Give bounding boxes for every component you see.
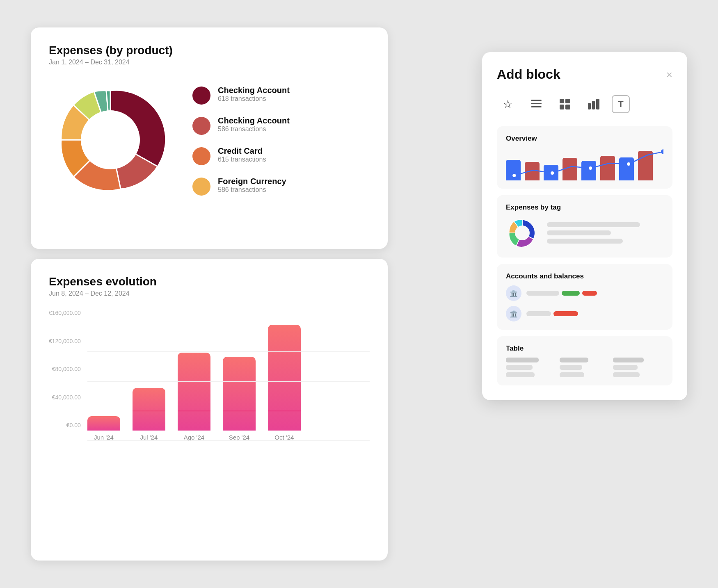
svg-rect-7	[565, 105, 570, 109]
donut-content: Checking Account 618 transactions Checki…	[49, 78, 370, 203]
bar-oct	[268, 325, 301, 431]
bar-group-jun: Jun '24	[87, 416, 120, 441]
table-header-2	[560, 358, 588, 362]
legend-dot-foreign	[192, 178, 210, 196]
table-cell-2-1	[560, 365, 582, 370]
expenses-by-product-panel: Expenses (by product) Jan 1, 2024 – Dec …	[31, 27, 388, 249]
favorites-icon[interactable]: ☆	[497, 93, 518, 115]
legend-item-foreign: Foreign Currency 586 transactions	[192, 177, 370, 196]
x-label-oct: Oct '24	[274, 434, 294, 441]
table-col-1	[506, 358, 556, 377]
tag-legend	[547, 222, 663, 244]
accounts-balances-title: Accounts and balances	[506, 272, 663, 280]
svg-point-11	[512, 173, 516, 178]
legend-dot-credit	[192, 147, 210, 165]
overview-mini-chart	[506, 148, 663, 180]
svg-rect-1	[531, 100, 542, 101]
legend-label-foreign: Foreign Currency	[218, 177, 286, 186]
svg-rect-5	[565, 99, 570, 103]
accounts-balances-card[interactable]: Accounts and balances 🏛️ 🏛️	[497, 264, 672, 330]
left-panels: Expenses (by product) Jan 1, 2024 – Dec …	[31, 27, 388, 561]
table-col-3	[613, 358, 663, 377]
table-cell-1-2	[506, 372, 535, 377]
y-label-160k: €160,000.00	[49, 310, 81, 316]
table-header-3	[613, 358, 644, 362]
legend-label-credit: Credit Card	[218, 146, 266, 156]
table-col-2	[560, 358, 610, 377]
chart-legend: Checking Account 618 transactions Checki…	[192, 86, 370, 196]
grid-line	[87, 322, 370, 322]
y-label-40k: €40,000.00	[49, 394, 81, 401]
table-cell-1-1	[506, 365, 533, 370]
table-card-title: Table	[506, 344, 663, 353]
tag-legend-bar-1	[547, 222, 640, 227]
bar-group-sep: Sep '24	[223, 357, 256, 441]
bar-group-jul: Jul '24	[133, 388, 165, 441]
bar-sep	[223, 357, 256, 431]
table-cell-2-2	[560, 372, 584, 377]
panel2-subtitle: Jun 8, 2024 – Dec 12, 2024	[49, 290, 370, 297]
text-icon[interactable]: T	[612, 95, 630, 113]
bar-ago	[178, 353, 210, 431]
y-axis: €160,000.00 €120,000.00 €80,000.00 €40,0…	[49, 310, 81, 441]
table-header-1	[506, 358, 539, 362]
accounts-list: 🏛️ 🏛️	[506, 285, 663, 321]
main-container: Expenses (by product) Jan 1, 2024 – Dec …	[31, 27, 687, 561]
list-icon[interactable]	[526, 93, 547, 115]
legend-label-checking2: Checking Account	[218, 116, 290, 125]
block-cards: Overview	[497, 126, 672, 385]
svg-rect-4	[560, 99, 564, 103]
bar-chart-icon[interactable]	[583, 93, 604, 115]
acct-bar-red-1	[582, 291, 597, 296]
x-label-jul: Jul '24	[140, 434, 158, 441]
x-label-jun: Jun '24	[94, 434, 114, 441]
account-bars-1	[526, 291, 663, 296]
svg-point-16	[515, 226, 530, 240]
table-card[interactable]: Table	[497, 336, 672, 385]
add-block-panel: Add block × ☆	[482, 52, 687, 400]
acct-bar-red-2	[553, 311, 578, 316]
svg-rect-8	[588, 103, 591, 109]
tag-donut-chart	[506, 217, 539, 249]
bar-jul	[133, 388, 165, 431]
expenses-by-tag-card[interactable]: Expenses by tag	[497, 195, 672, 258]
legend-label-checking1: Checking Account	[218, 86, 290, 95]
close-button[interactable]: ×	[666, 69, 672, 80]
bar-jun	[87, 416, 120, 431]
account-bars-2	[526, 311, 663, 316]
add-block-header: Add block ×	[497, 67, 672, 82]
y-label-0: €0.00	[49, 422, 81, 428]
overview-card[interactable]: Overview	[497, 126, 672, 189]
y-label-80k: €80,000.00	[49, 366, 81, 372]
svg-point-13	[588, 166, 592, 170]
panel1-title: Expenses (by product)	[49, 44, 370, 57]
x-label-ago: Ago '24	[184, 434, 204, 441]
panel2-title: Expenses evolution	[49, 275, 370, 288]
grid-line	[87, 351, 370, 352]
bar-group-ago: Ago '24	[178, 353, 210, 441]
panel1-subtitle: Jan 1, 2024 – Dec 31, 2024	[49, 59, 370, 66]
svg-rect-9	[592, 101, 595, 109]
donut-chart	[49, 78, 172, 203]
block-type-icons: ☆	[497, 93, 672, 115]
svg-rect-6	[560, 105, 564, 109]
account-row-1: 🏛️	[506, 285, 663, 301]
svg-point-15	[661, 150, 663, 154]
legend-item-checking1: Checking Account 618 transactions	[192, 86, 370, 105]
grid-icon[interactable]	[554, 93, 576, 115]
svg-point-14	[627, 162, 631, 166]
overview-line-svg	[506, 148, 663, 180]
legend-count-checking1: 618 transactions	[218, 95, 290, 103]
legend-count-credit: 615 transactions	[218, 156, 266, 163]
svg-rect-3	[531, 106, 542, 107]
add-block-title: Add block	[497, 67, 560, 82]
legend-item-credit: Credit Card 615 transactions	[192, 146, 370, 165]
expenses-evolution-panel: Expenses evolution Jun 8, 2024 – Dec 12,…	[31, 259, 388, 561]
legend-item-checking2: Checking Account 586 transactions	[192, 116, 370, 135]
table-cell-3-1	[613, 365, 638, 370]
account-row-2: 🏛️	[506, 306, 663, 321]
overview-card-title: Overview	[506, 134, 663, 143]
legend-count-foreign: 586 transactions	[218, 186, 286, 194]
acct-bar-green-1	[562, 291, 580, 296]
legend-dot-checking1	[192, 87, 210, 105]
